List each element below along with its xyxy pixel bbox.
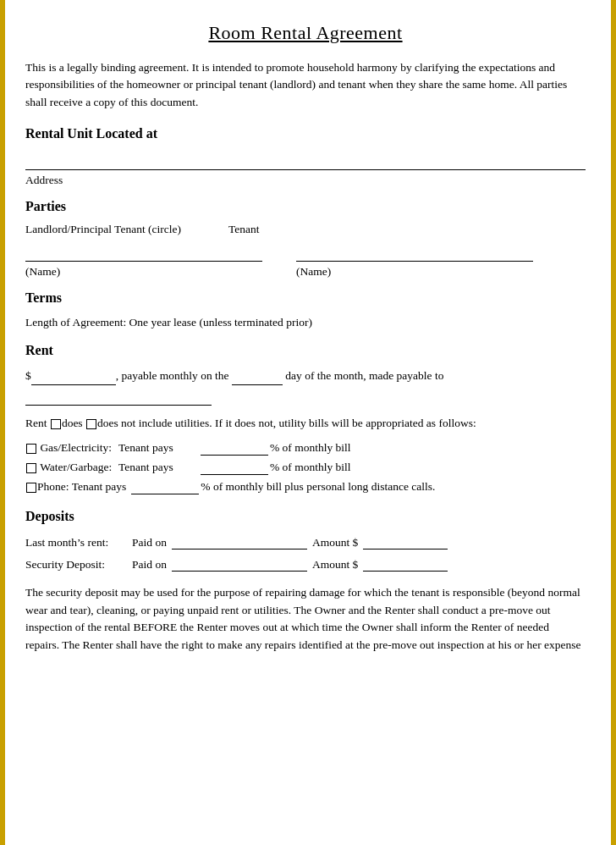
last-month-date-field[interactable] (172, 536, 307, 550)
water-percent-field[interactable] (201, 461, 268, 475)
phone-label: Phone: Tenant pays (37, 478, 126, 497)
terms-heading: Terms (25, 290, 586, 306)
last-month-row: Last month’s rent: Paid on Amount $ (25, 533, 586, 553)
rent-payable-mid: , payable monthly on the (116, 369, 229, 382)
last-month-paid-label: Paid on (132, 533, 167, 553)
phone-percent-field[interactable] (131, 481, 199, 494)
name-fields-row (25, 243, 586, 262)
parties-heading: Parties (25, 199, 586, 214)
intro-text: This is a legally binding agreement. It … (25, 59, 586, 111)
tenant-label: Tenant (228, 223, 398, 236)
security-amount-field[interactable] (363, 558, 448, 572)
gas-tenant-label: Tenant pays (118, 439, 199, 458)
security-date-field[interactable] (172, 558, 307, 572)
rental-unit-heading: Rental Unit Located at (25, 126, 586, 141)
water-label: Water/Garbage: (25, 458, 118, 478)
rent-does-checkbox[interactable] (51, 419, 61, 429)
gas-label: Gas/Electricity: (25, 439, 118, 458)
rent-heading: Rent (25, 343, 586, 358)
security-amount-label: Amount $ (312, 555, 358, 575)
phone-suffix: % of monthly bill plus personal long dis… (201, 478, 435, 497)
rent-does-not-checkbox[interactable] (86, 419, 96, 429)
tenant-name-field[interactable] (296, 243, 533, 262)
utilities-text: Rent does does not include utilities. If… (25, 414, 586, 433)
terms-section: Terms Length of Agreement: One year leas… (25, 290, 586, 331)
water-suffix: % of monthly bill (270, 458, 351, 478)
rent-day-field[interactable] (232, 372, 283, 385)
parties-row: Landlord/Principal Tenant (circle) Tenan… (25, 223, 586, 236)
document-title: Room Rental Agreement (25, 22, 586, 44)
last-month-amount-label: Amount $ (312, 533, 358, 553)
phone-checkbox[interactable] (26, 483, 36, 493)
landlord-label: Landlord/Principal Tenant (circle) (25, 223, 195, 236)
water-tenant-label: Tenant pays (118, 458, 199, 478)
phone-row: Phone: Tenant pays % of monthly bill plu… (25, 478, 586, 497)
landlord-name-label: (Name) (25, 265, 262, 279)
security-deposit-label: Security Deposit: (25, 555, 127, 575)
parties-section: Parties Landlord/Principal Tenant (circl… (25, 199, 586, 279)
name-labels-row: (Name) (Name) (25, 265, 586, 279)
last-month-label: Last month’s rent: (25, 533, 127, 553)
rental-unit-section: Rental Unit Located at Address (25, 126, 586, 187)
gas-checkbox[interactable] (26, 444, 36, 454)
gas-percent-field[interactable] (201, 442, 268, 456)
terms-length-text: Length of Agreement: One year lease (unl… (25, 314, 586, 331)
address-line-field[interactable] (25, 150, 586, 170)
deposits-section: Deposits Last month’s rent: Paid on Amou… (25, 509, 586, 654)
landlord-name-field[interactable] (25, 243, 262, 262)
rent-section: Rent $, payable monthly on the day of th… (25, 343, 586, 497)
deposits-heading: Deposits (25, 509, 586, 524)
water-checkbox[interactable] (26, 463, 36, 473)
last-month-amount-field[interactable] (363, 536, 448, 550)
rent-dollar-prefix: $ (25, 369, 31, 382)
address-label: Address (25, 174, 586, 187)
rent-line: $, payable monthly on the day of the mon… (25, 367, 586, 385)
rent-payable-suffix: day of the month, made payable to (285, 369, 443, 382)
page-container: Room Rental Agreement This is a legally … (0, 0, 616, 845)
gas-row: Gas/Electricity: Tenant pays % of monthl… (25, 439, 586, 458)
rent-payable-name-field[interactable] (25, 390, 212, 406)
security-deposit-text: The security deposit may be used for the… (25, 584, 586, 655)
security-paid-label: Paid on (132, 555, 167, 575)
tenant-name-label: (Name) (296, 265, 533, 279)
gas-suffix: % of monthly bill (270, 439, 351, 458)
rent-amount-field[interactable] (31, 372, 116, 385)
gold-bar-left (0, 0, 5, 845)
security-deposit-row: Security Deposit: Paid on Amount $ (25, 555, 586, 575)
water-row: Water/Garbage: Tenant pays % of monthly … (25, 458, 586, 478)
